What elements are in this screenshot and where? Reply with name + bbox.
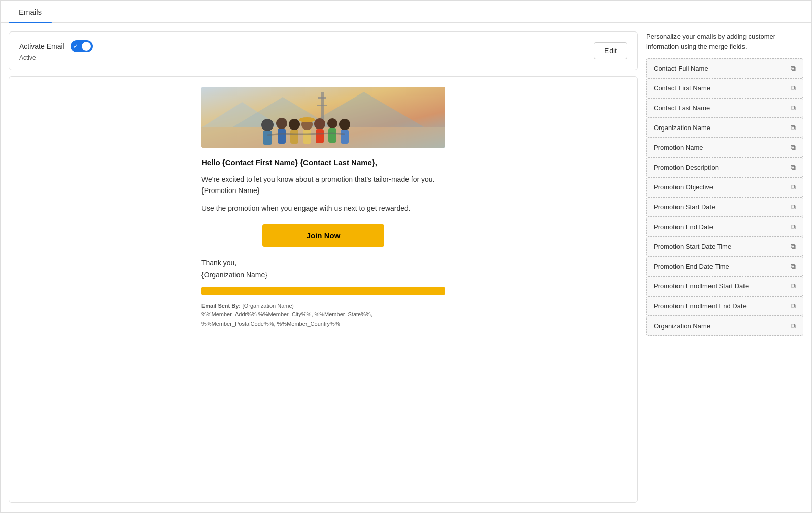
- tab-emails-label: Emails: [19, 8, 42, 16]
- toggle-track[interactable]: ✓: [71, 40, 93, 52]
- svg-rect-6: [317, 105, 327, 106]
- email-footer-text: Email Sent By: {Organization Name} %%Mem…: [201, 302, 445, 329]
- activate-email-bar: Activate Email ✓ Active Edit: [9, 31, 638, 70]
- merge-field-label: Promotion Description: [654, 164, 719, 171]
- merge-field-label: Promotion Start Date Time: [654, 243, 731, 250]
- merge-field-item[interactable]: Promotion End Date Time⧉: [646, 256, 803, 276]
- merge-field-item[interactable]: Promotion Objective⧉: [646, 177, 803, 197]
- copy-icon[interactable]: ⧉: [791, 163, 796, 172]
- hero-svg: [201, 87, 445, 148]
- svg-point-8: [261, 119, 274, 131]
- copy-icon[interactable]: ⧉: [791, 222, 796, 231]
- svg-point-19: [327, 118, 337, 129]
- copy-icon[interactable]: ⧉: [791, 123, 796, 132]
- svg-rect-20: [328, 128, 336, 143]
- email-greeting: Hello {Contact First Name} {Contact Last…: [201, 158, 445, 167]
- merge-field-item[interactable]: Promotion Start Date⧉: [646, 197, 803, 217]
- svg-rect-11: [278, 129, 286, 144]
- merge-field-label: Promotion Enrollment Start Date: [654, 282, 749, 290]
- svg-rect-22: [341, 130, 349, 144]
- merge-field-item[interactable]: Promotion End Date⧉: [646, 217, 803, 237]
- merge-field-label: Promotion End Date: [654, 223, 713, 231]
- email-para-2: Use the promotion when you engage with u…: [201, 203, 445, 214]
- copy-icon[interactable]: ⧉: [791, 84, 796, 92]
- copy-icon[interactable]: ⧉: [791, 302, 796, 310]
- activate-left: Activate Email ✓ Active: [19, 40, 93, 61]
- svg-rect-9: [263, 131, 272, 145]
- svg-rect-13: [290, 130, 298, 144]
- email-hero-image: [201, 87, 445, 148]
- merge-field-item[interactable]: Promotion Enrollment End Date⧉: [646, 296, 803, 316]
- merge-field-label: Organization Name: [654, 124, 710, 132]
- email-para-1: We're excited to let you know about a pr…: [201, 174, 445, 197]
- footer-sent-by: Email Sent By: {Organization Name}: [201, 303, 294, 309]
- copy-icon[interactable]: ⧉: [791, 322, 796, 330]
- email-body: Hello {Contact First Name} {Contact Last…: [201, 158, 445, 329]
- merge-field-item[interactable]: Organization Name⧉: [646, 118, 803, 138]
- merge-field-label: Promotion End Date Time: [654, 263, 729, 270]
- svg-point-10: [276, 118, 287, 129]
- copy-icon[interactable]: ⧉: [791, 242, 796, 251]
- tab-bar: Emails: [1, 1, 811, 23]
- svg-rect-5: [318, 97, 326, 99]
- activate-row: Activate Email ✓: [19, 40, 93, 52]
- active-status-text: Active: [19, 54, 36, 61]
- right-panel: Personalize your emails by adding custom…: [646, 31, 803, 503]
- app-wrapper: Emails Activate Email ✓: [0, 0, 812, 513]
- merge-field-item[interactable]: Organization Name⧉: [646, 316, 803, 336]
- svg-point-21: [339, 119, 350, 130]
- svg-point-17: [314, 118, 325, 130]
- copy-icon[interactable]: ⧉: [791, 183, 796, 191]
- copy-icon[interactable]: ⧉: [791, 104, 796, 112]
- email-preview-card: Hello {Contact First Name} {Contact Last…: [9, 76, 638, 503]
- merge-field-item[interactable]: Contact Last Name⧉: [646, 98, 803, 118]
- join-now-button[interactable]: Join Now: [262, 224, 384, 247]
- edit-button[interactable]: Edit: [594, 42, 627, 59]
- svg-point-15: [299, 117, 315, 122]
- copy-icon[interactable]: ⧉: [791, 203, 796, 211]
- merge-field-item[interactable]: Promotion Enrollment Start Date⧉: [646, 276, 803, 296]
- merge-field-item[interactable]: Promotion Description⧉: [646, 157, 803, 177]
- merge-field-label: Promotion Start Date: [654, 203, 715, 211]
- activate-email-toggle[interactable]: ✓: [71, 40, 93, 52]
- copy-icon[interactable]: ⧉: [791, 282, 796, 291]
- merge-field-label: Promotion Objective: [654, 183, 713, 191]
- merge-field-label: Contact Full Name: [654, 65, 708, 72]
- main-layout: Activate Email ✓ Active Edit: [1, 23, 811, 511]
- copy-icon[interactable]: ⧉: [791, 262, 796, 271]
- svg-line-26: [307, 134, 320, 134]
- toggle-check-icon: ✓: [73, 43, 78, 50]
- merge-field-label: Contact First Name: [654, 84, 710, 92]
- merge-field-label: Promotion Name: [654, 144, 703, 151]
- svg-rect-4: [321, 92, 324, 122]
- merge-field-item[interactable]: Promotion Start Date Time⧉: [646, 237, 803, 256]
- toggle-thumb: [82, 42, 91, 51]
- merge-field-label: Organization Name: [654, 322, 710, 330]
- merge-field-item[interactable]: Contact Full Name⧉: [646, 58, 803, 78]
- merge-field-item[interactable]: Contact First Name⧉: [646, 78, 803, 98]
- left-panel: Activate Email ✓ Active Edit: [9, 31, 638, 503]
- activate-email-label: Activate Email: [19, 42, 64, 50]
- svg-line-28: [332, 133, 345, 134]
- merge-field-label: Promotion Enrollment End Date: [654, 302, 747, 310]
- copy-icon[interactable]: ⧉: [791, 143, 796, 152]
- email-footer-bar: [201, 287, 445, 295]
- merge-hint: Personalize your emails by adding custom…: [646, 31, 803, 51]
- copy-icon[interactable]: ⧉: [791, 64, 796, 73]
- svg-rect-18: [316, 129, 324, 143]
- merge-fields-list: Contact Full Name⧉Contact First Name⧉Con…: [646, 58, 803, 336]
- svg-line-24: [282, 134, 294, 134]
- merge-field-label: Contact Last Name: [654, 104, 710, 112]
- tab-emails[interactable]: Emails: [9, 1, 52, 22]
- svg-line-27: [320, 133, 332, 134]
- merge-field-item[interactable]: Promotion Name⧉: [646, 138, 803, 157]
- email-signature: Thank you, {Organization Name}: [201, 257, 445, 281]
- svg-point-12: [289, 119, 300, 130]
- svg-rect-16: [303, 130, 311, 144]
